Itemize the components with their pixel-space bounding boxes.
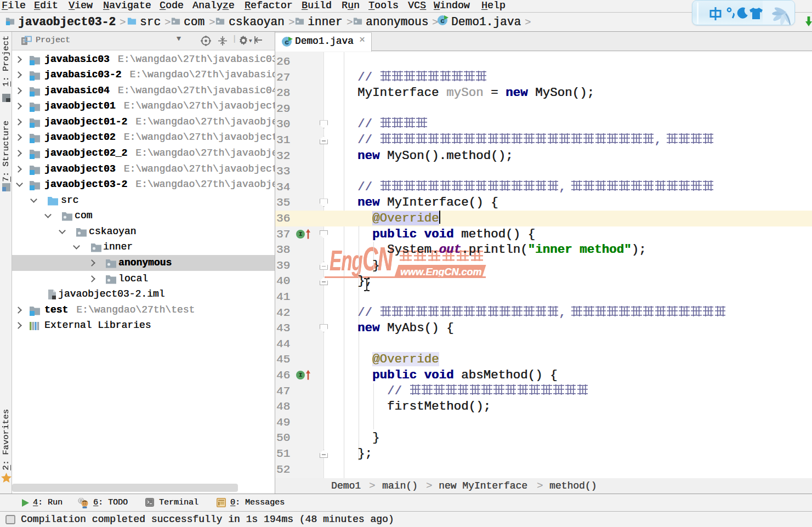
svg-text:c: c <box>440 17 445 25</box>
svg-text:c: c <box>285 38 289 47</box>
